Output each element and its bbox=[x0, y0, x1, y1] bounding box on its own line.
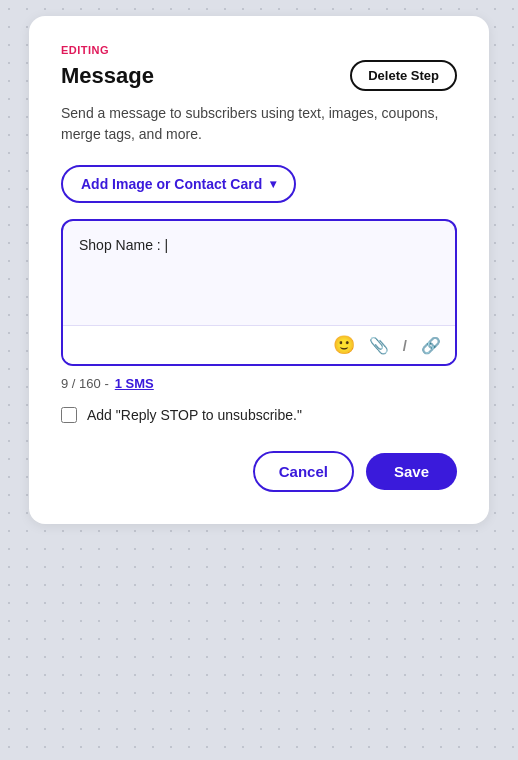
stop-unsubscribe-checkbox[interactable] bbox=[61, 407, 77, 423]
message-textarea-wrapper: Shop Name : | 🙂 📎 / 🔗 bbox=[61, 219, 457, 366]
add-image-button-label: Add Image or Contact Card bbox=[81, 176, 262, 192]
action-buttons-row: Cancel Save bbox=[61, 451, 457, 492]
save-button[interactable]: Save bbox=[366, 453, 457, 490]
attachment-icon[interactable]: 📎 bbox=[369, 336, 389, 355]
chevron-down-icon: ▾ bbox=[270, 177, 276, 191]
char-count-text: 9 / 160 - bbox=[61, 376, 109, 391]
link-icon[interactable]: 🔗 bbox=[421, 336, 441, 355]
percent-icon[interactable]: / bbox=[403, 337, 407, 354]
emoji-icon[interactable]: 🙂 bbox=[333, 334, 355, 356]
page-title: Message bbox=[61, 63, 154, 89]
char-count-row: 9 / 160 - 1 SMS bbox=[61, 376, 457, 391]
stop-unsubscribe-row: Add "Reply STOP to unsubscribe." bbox=[61, 407, 457, 423]
char-max: 160 bbox=[79, 376, 101, 391]
message-input[interactable]: Shop Name : | bbox=[63, 221, 455, 321]
description-text: Send a message to subscribers using text… bbox=[61, 103, 457, 145]
add-image-button[interactable]: Add Image or Contact Card ▾ bbox=[61, 165, 296, 203]
toolbar: 🙂 📎 / 🔗 bbox=[63, 325, 455, 364]
stop-unsubscribe-label: Add "Reply STOP to unsubscribe." bbox=[87, 407, 302, 423]
sms-count-link[interactable]: 1 SMS bbox=[115, 376, 154, 391]
header-row: Message Delete Step bbox=[61, 60, 457, 91]
delete-step-button[interactable]: Delete Step bbox=[350, 60, 457, 91]
char-current: 9 bbox=[61, 376, 68, 391]
cancel-button[interactable]: Cancel bbox=[253, 451, 354, 492]
message-card: EDITING Message Delete Step Send a messa… bbox=[29, 16, 489, 524]
editing-label: EDITING bbox=[61, 44, 457, 56]
